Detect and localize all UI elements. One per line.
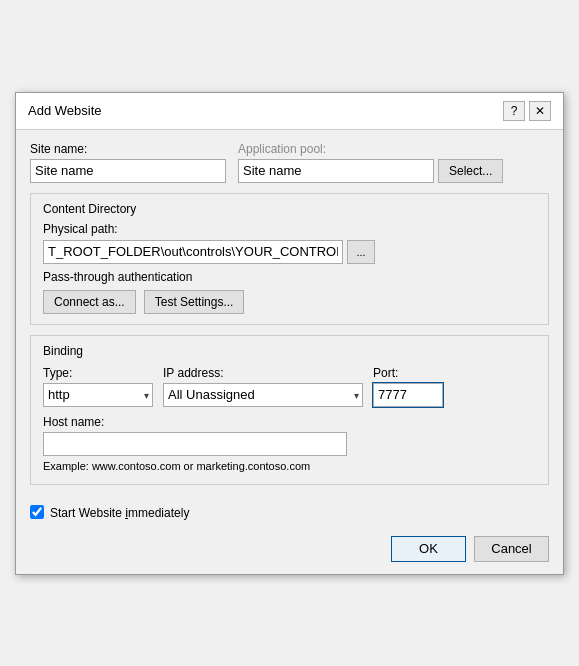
app-pool-group: Application pool: Select... xyxy=(238,142,503,183)
auth-buttons: Connect as... Test Settings... xyxy=(43,290,536,314)
site-app-row: Site name: Application pool: Select... xyxy=(30,142,549,183)
title-bar: Add Website ? ✕ xyxy=(16,93,563,130)
ok-button[interactable]: OK xyxy=(391,536,466,562)
help-button[interactable]: ? xyxy=(503,101,525,121)
select-button[interactable]: Select... xyxy=(438,159,503,183)
app-pool-label: Application pool: xyxy=(238,142,503,156)
content-directory-legend: Content Directory xyxy=(43,202,536,216)
port-input[interactable] xyxy=(373,383,443,407)
host-name-label: Host name: xyxy=(43,415,536,429)
test-settings-button[interactable]: Test Settings... xyxy=(144,290,245,314)
example-text: Example: www.contoso.com or marketing.co… xyxy=(43,460,536,472)
cancel-button[interactable]: Cancel xyxy=(474,536,549,562)
type-select-wrapper: http https ftp xyxy=(43,383,153,407)
footer-area: Start Website immediately xyxy=(16,497,563,532)
content-directory-section: Content Directory Physical path: ... Pas… xyxy=(30,193,549,325)
start-website-row: Start Website immediately xyxy=(30,505,549,520)
ip-address-select[interactable]: All Unassigned 127.0.0.1 xyxy=(163,383,363,407)
start-website-label: Start Website immediately xyxy=(50,505,189,520)
host-name-input[interactable] xyxy=(43,432,347,456)
connect-as-button[interactable]: Connect as... xyxy=(43,290,136,314)
binding-type-row: Type: http https ftp IP address: Al xyxy=(43,366,536,407)
site-name-input[interactable] xyxy=(30,159,226,183)
start-website-checkbox[interactable] xyxy=(30,505,44,519)
dialog-body: Site name: Application pool: Select... C… xyxy=(16,130,563,497)
site-name-label: Site name: xyxy=(30,142,226,156)
ip-address-label: IP address: xyxy=(163,366,363,380)
physical-path-input[interactable] xyxy=(43,240,343,264)
type-select[interactable]: http https ftp xyxy=(43,383,153,407)
physical-path-label: Physical path: xyxy=(43,222,536,236)
port-group: Port: xyxy=(373,366,443,407)
ip-address-group: IP address: All Unassigned 127.0.0.1 xyxy=(163,366,363,407)
type-label: Type: xyxy=(43,366,153,380)
host-name-group: Host name: xyxy=(43,415,536,456)
browse-button[interactable]: ... xyxy=(347,240,375,264)
dialog-title: Add Website xyxy=(28,103,101,118)
app-pool-input[interactable] xyxy=(238,159,434,183)
title-bar-controls: ? ✕ xyxy=(503,101,551,121)
ip-select-wrapper: All Unassigned 127.0.0.1 xyxy=(163,383,363,407)
type-group: Type: http https ftp xyxy=(43,366,153,407)
binding-section: Binding Type: http https ftp IP addres xyxy=(30,335,549,485)
passthrough-label: Pass-through authentication xyxy=(43,270,536,284)
binding-legend: Binding xyxy=(43,344,536,358)
physical-path-row: ... xyxy=(43,240,536,264)
bottom-buttons: OK Cancel xyxy=(16,532,563,574)
add-website-dialog: Add Website ? ✕ Site name: Application p… xyxy=(15,92,564,575)
port-label: Port: xyxy=(373,366,443,380)
close-button[interactable]: ✕ xyxy=(529,101,551,121)
site-name-group: Site name: xyxy=(30,142,226,183)
